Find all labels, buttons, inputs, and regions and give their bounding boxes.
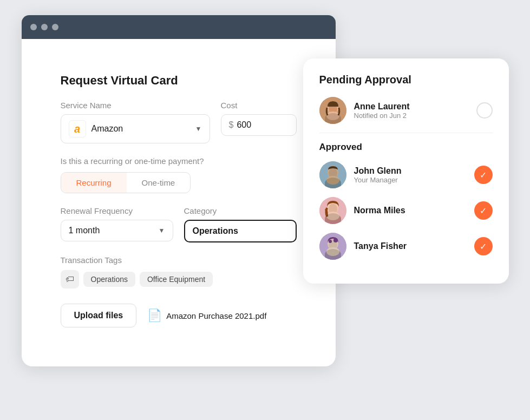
svg-point-21	[333, 238, 338, 242]
category-group: Category Operations	[184, 206, 297, 242]
category-label: Category	[184, 206, 297, 215]
window-bar	[22, 15, 336, 39]
john-name: John Glenn	[354, 166, 467, 176]
recurring-button[interactable]: Recurring	[61, 173, 127, 193]
window-dot-1	[30, 24, 37, 30]
john-info: John Glenn Your Manager	[354, 166, 467, 184]
john-avatar-svg	[319, 161, 346, 188]
divider	[319, 133, 493, 133]
avatar-anne	[319, 97, 346, 124]
norma-info: Norma Miles	[354, 206, 467, 215]
service-label: Service Name	[61, 101, 210, 110]
renewal-category-row: Renewal Frequency 1 month ▼ Category Ope…	[61, 206, 297, 242]
svg-point-14	[326, 212, 339, 220]
svg-point-20	[329, 240, 332, 243]
norma-status-check: ✓	[474, 201, 493, 220]
tanya-name: Tanya Fisher	[354, 241, 467, 251]
tanya-avatar-svg	[319, 233, 346, 260]
service-group: Service Name a Amazon ▼	[61, 101, 210, 143]
anne-sub: Notified on Jun 2	[354, 111, 469, 120]
main-card: Request Virtual Card Service Name a Amaz…	[22, 15, 336, 366]
service-cost-row: Service Name a Amazon ▼ Cost $ 600	[61, 101, 297, 143]
approved-label: Approved	[319, 142, 493, 153]
category-dropdown[interactable]: Operations	[184, 220, 297, 242]
renewal-label: Renewal Frequency	[61, 206, 173, 215]
anne-name: Anne Laurent	[354, 102, 469, 111]
form-content: Request Virtual Card Service Name a Amaz…	[43, 58, 314, 345]
currency-symbol: $	[229, 120, 234, 130]
approval-title: Pending Approval	[319, 74, 493, 86]
tag-chip-operations[interactable]: Operations	[83, 272, 135, 287]
norma-name: Norma Miles	[354, 206, 467, 215]
avatar-tanya	[319, 233, 346, 260]
pdf-filename: Amazon Purchase 2021.pdf	[166, 311, 266, 320]
tag-chip-office[interactable]: Office Equipment	[140, 272, 213, 287]
anne-avatar-svg	[319, 97, 346, 124]
pending-person-anne: Anne Laurent Notified on Jun 2	[319, 97, 493, 124]
tanya-info: Tanya Fisher	[354, 241, 467, 251]
svg-point-9	[326, 176, 339, 185]
cost-group: Cost $ 600	[221, 101, 297, 143]
service-value: Amazon	[91, 124, 190, 134]
avatar-john	[319, 161, 346, 188]
approved-person-norma: Norma Miles ✓	[319, 197, 493, 224]
cost-field[interactable]: $ 600	[221, 114, 297, 136]
onetime-button[interactable]: One-time	[127, 173, 191, 193]
anne-info: Anne Laurent Notified on Jun 2	[354, 102, 469, 120]
pdf-file-item: 📄 Amazon Purchase 2021.pdf	[147, 309, 266, 323]
renewal-value: 1 month	[69, 226, 153, 235]
svg-rect-18	[325, 252, 341, 260]
john-sub: Your Manager	[354, 176, 467, 184]
tags-row: 🏷 Operations Office Equipment	[61, 270, 297, 288]
avatar-norma	[319, 197, 346, 224]
anne-status-circle[interactable]	[476, 102, 493, 119]
category-value: Operations	[193, 226, 238, 236]
payment-type-toggle: Recurring One-time	[61, 172, 191, 193]
svg-rect-13	[325, 216, 341, 224]
svg-point-19	[326, 247, 339, 256]
cost-label: Cost	[221, 101, 297, 110]
window-dot-2	[41, 24, 48, 30]
svg-point-4	[326, 111, 339, 120]
recurring-question: Is this a recurring or one-time payment?	[61, 156, 297, 166]
window-dot-3	[52, 24, 58, 30]
approved-person-john: John Glenn Your Manager ✓	[319, 161, 493, 188]
page-title: Request Virtual Card	[61, 74, 297, 88]
upload-button[interactable]: Upload files	[61, 304, 137, 327]
tags-label: Transaction Tags	[61, 255, 297, 265]
renewal-group: Renewal Frequency 1 month ▼	[61, 206, 173, 242]
pdf-icon: 📄	[147, 309, 162, 323]
renewal-dropdown[interactable]: 1 month ▼	[61, 220, 173, 241]
norma-avatar-svg	[319, 197, 346, 224]
tanya-status-check: ✓	[474, 237, 493, 255]
renewal-chevron-icon: ▼	[159, 227, 165, 234]
svg-rect-3	[325, 116, 341, 124]
john-status-check: ✓	[474, 166, 493, 184]
tag-icon: 🏷	[61, 270, 79, 288]
approval-card: Pending Approval Anne Laurent Notif	[303, 58, 509, 284]
amazon-logo-icon: a	[69, 120, 86, 137]
chevron-down-icon: ▼	[195, 125, 202, 133]
scene: Request Virtual Card Service Name a Amaz…	[22, 15, 509, 405]
cost-value: 600	[237, 120, 251, 130]
approved-person-tanya: Tanya Fisher ✓	[319, 233, 493, 260]
upload-row: Upload files 📄 Amazon Purchase 2021.pdf	[61, 304, 297, 327]
svg-rect-8	[325, 180, 341, 188]
service-dropdown[interactable]: a Amazon ▼	[61, 114, 210, 143]
